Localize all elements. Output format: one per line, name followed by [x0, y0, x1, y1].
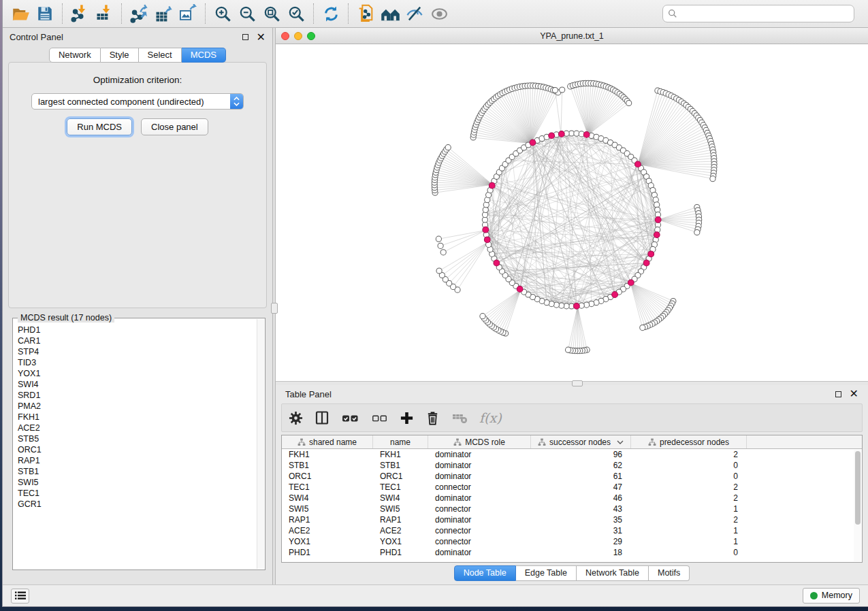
mcds-result-item[interactable]: PMA2 [14, 401, 257, 412]
tab-motifs[interactable]: Motifs [649, 565, 690, 581]
zoom-selected-icon[interactable] [284, 3, 308, 24]
table-row[interactable]: SWI4SWI4dominator462 [282, 493, 854, 503]
result-scrollbar[interactable] [257, 319, 264, 569]
cell-successor-nodes: 61 [531, 472, 631, 481]
mcds-result-item[interactable]: STB5 [14, 433, 257, 444]
float-panel-icon[interactable] [242, 34, 248, 40]
scrollbar-thumb[interactable] [855, 451, 861, 525]
network-graph[interactable] [276, 44, 868, 381]
splitter-grip[interactable] [271, 303, 278, 314]
mcds-result-item[interactable]: SRD1 [14, 390, 257, 401]
export-table-icon[interactable] [151, 3, 176, 24]
mcds-result-item[interactable]: STP4 [14, 346, 257, 357]
table-row[interactable]: RAP1RAP1dominator352 [282, 514, 854, 525]
cell-mcds-role: dominator [428, 493, 531, 503]
toolbar-separator [348, 3, 349, 24]
table-row[interactable]: FKH1FKH1dominator962 [282, 449, 854, 460]
zoom-in-icon[interactable] [210, 3, 235, 24]
cell-predecessor-nodes: 0 [631, 472, 747, 481]
column-header-name[interactable]: name [373, 435, 428, 448]
tab-node-table[interactable]: Node Table [454, 565, 516, 581]
close-panel-button[interactable]: Close panel [141, 118, 208, 135]
network-canvas[interactable] [276, 44, 868, 381]
splitter-grip[interactable] [572, 380, 583, 386]
mcds-result-item[interactable]: YOX1 [14, 368, 257, 379]
export-network-icon[interactable] [127, 3, 151, 24]
node-table[interactable]: shared namenameMCDS rolesuccessor nodesp… [281, 435, 863, 563]
hide-selected-icon[interactable] [402, 3, 427, 24]
run-mcds-button[interactable]: Run MCDS [67, 118, 132, 135]
table-row[interactable]: ORC1ORC1dominator610 [282, 471, 854, 482]
group-nodes-icon[interactable] [378, 3, 402, 24]
mcds-result-item[interactable]: SWI5 [14, 477, 257, 488]
deselect-all-icon[interactable] [371, 410, 388, 427]
cell-mcds-role: connector [428, 482, 531, 492]
mcds-result-item[interactable]: GCR1 [14, 499, 257, 510]
table-row[interactable]: TEC1TEC1connector472 [282, 482, 854, 493]
table-row[interactable]: ACE2ACE2connector311 [282, 525, 854, 536]
zoom-out-icon[interactable] [235, 3, 259, 24]
mcds-result-item[interactable]: ACE2 [14, 423, 257, 433]
cytoscape-window: Control Panel ✕ NetworkStyleSelectMCDS O… [3, 0, 868, 606]
mcds-result-item[interactable]: FKH1 [14, 412, 257, 423]
mcds-result-item[interactable]: STB1 [14, 466, 257, 477]
float-panel-icon[interactable] [835, 391, 841, 397]
close-panel-icon[interactable]: ✕ [257, 32, 266, 43]
horizontal-splitter[interactable] [276, 381, 868, 385]
mcds-result-item[interactable]: RAP1 [14, 455, 257, 466]
open-file-icon[interactable] [8, 3, 33, 24]
cell-mcds-role: dominator [428, 548, 531, 557]
tab-mcds[interactable]: MCDS [182, 48, 226, 63]
show-all-icon[interactable] [427, 3, 451, 24]
column-header-filler [747, 435, 862, 448]
table-row[interactable]: YOX1YOX1connector291 [282, 536, 854, 547]
tab-network-table[interactable]: Network Table [577, 565, 649, 581]
refresh-icon[interactable] [319, 3, 343, 24]
column-header-mcds-role[interactable]: MCDS role [428, 435, 531, 448]
mcds-result-item[interactable]: CAR1 [14, 335, 257, 346]
mcds-result-item[interactable]: SWI4 [14, 379, 257, 390]
column-header-successor-nodes[interactable]: successor nodes [531, 435, 631, 448]
split-columns-icon[interactable] [315, 410, 329, 425]
mcds-result-item[interactable]: TEC1 [14, 488, 257, 499]
tab-style[interactable]: Style [101, 48, 139, 63]
network-document-icon[interactable] [353, 3, 378, 24]
column-header-predecessor-nodes[interactable]: predecessor nodes [631, 435, 747, 448]
mcds-result-list[interactable]: PHD1CAR1STP4TID3YOX1SWI4SRD1PMA2FKH1ACE2… [14, 319, 257, 569]
table-type-tabs: Node TableEdge TableNetwork TableMotifs [276, 563, 868, 584]
criterion-select[interactable]: largest connected component (undirected) [31, 93, 244, 110]
close-panel-icon[interactable]: ✕ [850, 389, 858, 399]
mcds-result-item[interactable]: TID3 [14, 357, 257, 368]
save-session-icon[interactable] [33, 3, 57, 24]
table-row[interactable]: SWI5SWI5connector431 [282, 503, 854, 514]
chevron-down-icon[interactable] [617, 440, 624, 444]
cell-name: SWI4 [373, 493, 428, 503]
search-input[interactable] [681, 9, 849, 18]
vertical-splitter[interactable] [272, 28, 276, 584]
add-column-icon[interactable] [400, 411, 414, 425]
table-row[interactable]: STB1STB1dominator620 [282, 460, 854, 471]
mcds-result-item[interactable]: PHD1 [14, 325, 257, 335]
shared-column-icon [538, 438, 546, 446]
import-table-icon[interactable] [92, 3, 116, 24]
export-image-icon[interactable] [176, 3, 200, 24]
memory-button[interactable]: Memory [803, 588, 860, 604]
column-header-shared-name[interactable]: shared name [282, 435, 373, 448]
search-box[interactable] [662, 5, 854, 22]
delete-column-icon[interactable] [425, 411, 440, 425]
cell-mcds-role: connector [428, 526, 531, 535]
table-row[interactable]: PHD1PHD1dominator180 [282, 547, 854, 558]
table-scrollbar[interactable] [854, 450, 861, 561]
cell-shared-name: TEC1 [282, 482, 373, 492]
tab-network[interactable]: Network [49, 48, 101, 63]
cell-predecessor-nodes: 1 [631, 504, 747, 514]
select-all-icon[interactable] [341, 409, 359, 427]
zoom-fit-icon[interactable] [259, 3, 284, 24]
task-history-button[interactable] [11, 589, 29, 604]
toolbar-separator [313, 3, 314, 24]
tab-select[interactable]: Select [139, 48, 182, 63]
import-network-icon[interactable] [67, 3, 92, 24]
mcds-result-item[interactable]: ORC1 [14, 444, 257, 455]
tab-edge-table[interactable]: Edge Table [516, 565, 577, 581]
gear-icon[interactable] [289, 411, 303, 425]
